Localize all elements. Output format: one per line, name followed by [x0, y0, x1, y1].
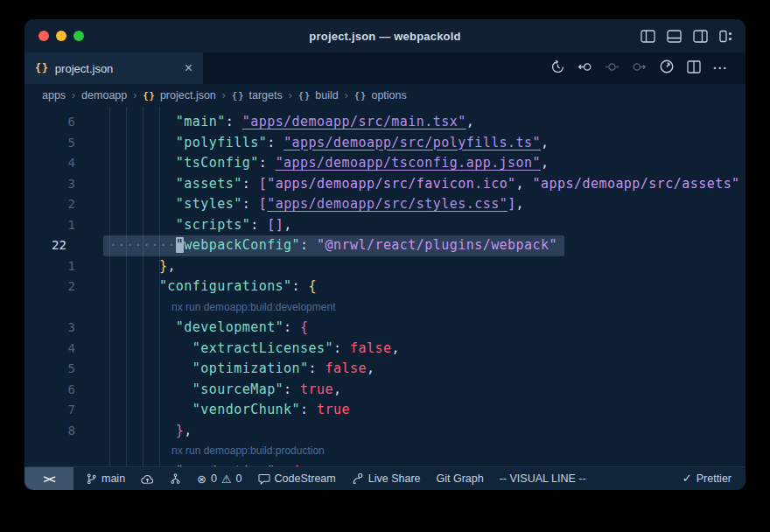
- toggle-secondary-sidebar-icon[interactable]: [693, 30, 708, 43]
- token-ws: [109, 258, 159, 274]
- run-task-icon[interactable]: [659, 59, 675, 78]
- codestream-label: CodeStream: [275, 472, 336, 485]
- code-text: "styles": ["apps/demoapp/src/styles.css"…: [24, 194, 524, 215]
- remote-indicator[interactable]: ><: [24, 467, 74, 491]
- code-line[interactable]: 3 "development": {: [24, 318, 746, 339]
- line-number: 5: [24, 133, 75, 154]
- code-line[interactable]: 1 "scripts": [],: [24, 215, 746, 236]
- code-line[interactable]: 6 "sourceMap": true,: [24, 380, 746, 401]
- token-pun: ,: [516, 196, 524, 212]
- code-line[interactable]: 3 "assets": ["apps/demoapp/src/favicon.i…: [24, 174, 746, 195]
- token-ws: [109, 402, 192, 417]
- token-key: "styles": [176, 196, 242, 212]
- code-line[interactable]: 4 "tsConfig": "apps/demoapp/tsconfig.app…: [24, 153, 746, 174]
- token-bool: true: [317, 402, 350, 417]
- status-bar: >< main ⊗ 0 ⚠ 0: [24, 466, 746, 490]
- prettier-item[interactable]: ✓ Prettier: [682, 472, 732, 485]
- token-bool: false: [350, 340, 391, 356]
- editor[interactable]: 6 "main": "apps/demoapp/src/main.tsx",5 …: [24, 107, 746, 466]
- breadcrumb-item-build[interactable]: {}build: [298, 89, 339, 102]
- token-pun: ,: [541, 135, 549, 150]
- token-ws: [109, 278, 159, 294]
- breadcrumb-label: project.json: [160, 89, 216, 102]
- line-number: 2: [24, 194, 75, 215]
- token-abr: []: [267, 217, 284, 233]
- problems-indicator[interactable]: ⊗ 0 ⚠ 0: [197, 472, 242, 485]
- compare-change-icon[interactable]: [605, 60, 620, 78]
- line-number: 5: [24, 359, 75, 380]
- code-line[interactable]: 2 "configurations": {: [24, 276, 746, 298]
- minimize-window-button[interactable]: [56, 31, 66, 41]
- code-line[interactable]: 5 "polyfills": "apps/demoapp/src/polyfil…: [24, 133, 746, 154]
- token-ws: [109, 360, 192, 376]
- token-ybr: {: [309, 278, 317, 294]
- breadcrumb-item-targets[interactable]: {}targets: [232, 89, 283, 102]
- code-text: "tsConfig": "apps/demoapp/tsconfig.app.j…: [24, 153, 550, 174]
- breadcrumb-item-project-json[interactable]: {}project.json: [143, 89, 216, 102]
- json-braces-icon: {}: [354, 90, 368, 101]
- code-line[interactable]: 6 "main": "apps/demoapp/src/main.tsx",: [24, 112, 746, 133]
- next-change-icon[interactable]: [632, 60, 647, 78]
- token-pbr: {: [300, 319, 308, 335]
- previous-change-icon[interactable]: [578, 60, 592, 78]
- live-share-item[interactable]: Live Share: [352, 472, 421, 485]
- code-text: "assets": ["apps/demoapp/src/favicon.ico…: [24, 174, 740, 195]
- token-pun: :: [333, 340, 350, 356]
- breadcrumb-separator: ›: [289, 89, 292, 102]
- git-branch-item[interactable]: main: [86, 472, 125, 485]
- token-link: "apps/demoapp/src/styles.css": [267, 196, 508, 212]
- token-link: "apps/demoapp/src/main.tsx": [242, 114, 466, 130]
- source-control-graph-item[interactable]: [170, 472, 181, 485]
- tab-label: project.json: [55, 62, 113, 75]
- git-branch-icon: [86, 472, 97, 485]
- git-graph-item[interactable]: Git Graph: [437, 472, 484, 485]
- close-window-button[interactable]: [38, 31, 49, 41]
- timeline-history-icon[interactable]: [550, 60, 565, 78]
- codelens-text[interactable]: nx run demoapp:build:development: [172, 301, 335, 313]
- code-line[interactable]: 1 },: [24, 256, 746, 277]
- screenshot-stage: project.json — webpackold {} pr: [0, 0, 770, 532]
- code-line[interactable]: 2 "styles": ["apps/demoapp/src/styles.cs…: [24, 194, 746, 215]
- token-key: "sourceMap": [192, 382, 284, 397]
- code-line[interactable]: 7 "vendorChunk": true: [24, 400, 746, 421]
- breadcrumb-separator: ›: [345, 89, 348, 102]
- token-key: "polyfills": [176, 135, 267, 150]
- codelens-nx-run[interactable]: nx run demoapp:build:development: [24, 298, 746, 318]
- token-abr: ]: [508, 196, 515, 212]
- titlebar: project.json — webpackold: [24, 19, 746, 52]
- token-abr: [: [259, 176, 267, 192]
- code-line-current[interactable]: 22········"webpackConfig": "@nrwl/react/…: [24, 235, 746, 256]
- breadcrumb-item-apps[interactable]: apps: [42, 89, 66, 102]
- token-dots: ········: [109, 237, 176, 253]
- token-ws: [109, 382, 192, 397]
- toggle-panel-icon[interactable]: [667, 30, 682, 43]
- code-line[interactable]: 5 "optimization": false,: [24, 359, 746, 380]
- code-line[interactable]: 8 },: [24, 421, 746, 442]
- toggle-sidebar-icon[interactable]: [640, 30, 655, 43]
- token-key: "production": [176, 464, 276, 467]
- line-number: 4: [24, 153, 75, 174]
- breadcrumb-label: apps: [42, 89, 66, 102]
- token-pun: ,: [391, 340, 399, 356]
- sync-changes-item[interactable]: [141, 473, 154, 485]
- tab-close-icon[interactable]: ×: [185, 61, 192, 75]
- codelens-nx-run[interactable]: nx run demoapp:build:production: [24, 441, 746, 462]
- more-actions-icon[interactable]: ···: [713, 61, 728, 75]
- window-title: project.json — webpackold: [24, 30, 746, 43]
- breadcrumb-item-demoapp[interactable]: demoapp: [81, 89, 127, 102]
- code-line[interactable]: 4 "extractLicenses": false,: [24, 339, 746, 360]
- zoom-window-button[interactable]: [74, 31, 84, 41]
- breadcrumb-item-options[interactable]: {}options: [354, 89, 407, 102]
- tab-project-json[interactable]: {} project.json ×: [24, 52, 203, 84]
- token-ws: [109, 217, 176, 233]
- codestream-item[interactable]: CodeStream: [258, 472, 336, 485]
- codelens-text[interactable]: nx run demoapp:build:production: [172, 444, 325, 457]
- vscode-window: project.json — webpackold {} pr: [24, 19, 746, 490]
- token-bool: true: [300, 382, 333, 397]
- line-number: 4: [24, 339, 75, 360]
- token-pun: :: [259, 155, 276, 171]
- token-ybr: }: [159, 258, 167, 274]
- split-editor-icon[interactable]: [687, 60, 701, 77]
- customize-layout-icon[interactable]: [719, 30, 733, 43]
- tab-bar: {} project.json ×: [24, 52, 746, 84]
